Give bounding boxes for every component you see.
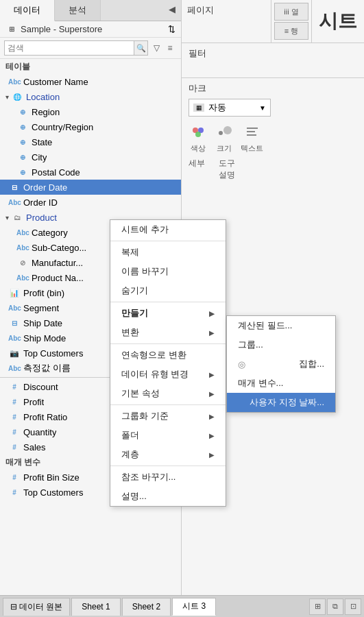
- hash-icon: #: [8, 489, 21, 496]
- svg-rect-6: [247, 131, 255, 132]
- size-label: 크기: [217, 143, 232, 154]
- submenu-custom-date[interactable]: 사용자 지정 날짜...: [227, 393, 335, 412]
- menu-create[interactable]: 만들기: [110, 304, 226, 323]
- filters-section: 필터: [182, 43, 364, 78]
- columns-button[interactable]: iii 열: [274, 3, 308, 21]
- menu-folder[interactable]: 폴더: [110, 426, 226, 445]
- rows-button[interactable]: ≡ 행: [274, 22, 308, 40]
- globe-icon: ⊕: [16, 169, 29, 176]
- table-section-label: 테이블: [0, 59, 181, 74]
- tab-analysis[interactable]: 분석: [55, 0, 101, 21]
- size-control[interactable]: 크기: [215, 122, 234, 154]
- size-icon: [215, 122, 234, 141]
- list-item[interactable]: Abc Customer Name: [0, 74, 181, 89]
- location-field: Location: [26, 92, 60, 102]
- tab-action-buttons: ⊞ ⧉ ⊡: [309, 598, 361, 615]
- svg-point-4: [223, 126, 232, 134]
- menu-rename[interactable]: 이름 바꾸기: [110, 262, 226, 281]
- globe-icon: ⊕: [16, 154, 29, 161]
- datasource-row: ⊞ Sample - Superstore ⇅: [0, 21, 181, 38]
- sheet-options-button[interactable]: ⊡: [345, 598, 361, 615]
- context-menu: 시트에 추가 복제 이름 바꾸기 숨기기 만들기 변환 연속형으로 변환 데이터…: [110, 219, 226, 507]
- search-input[interactable]: [4, 40, 134, 56]
- submenu-group[interactable]: 그룹...: [227, 335, 335, 354]
- menu-hide[interactable]: 숨기기: [110, 281, 226, 300]
- menu-add-to-sheet[interactable]: 시트에 추가: [110, 220, 226, 239]
- menu-group-by[interactable]: 그룹화 기준: [110, 407, 226, 426]
- hash-icon: #: [8, 428, 21, 436]
- submenu-parameter[interactable]: 매개 변수...: [227, 374, 335, 393]
- svg-rect-5: [247, 128, 258, 129]
- text-control[interactable]: 텍스트: [241, 122, 263, 154]
- tooltip-label[interactable]: 도구 설명: [219, 158, 235, 181]
- tab-sheet2[interactable]: Sheet 2: [122, 598, 171, 616]
- marks-section: 마크 ▦ 자동 ▼ 색상: [182, 78, 364, 185]
- list-item[interactable]: ⊕ Country/Region: [8, 119, 181, 134]
- datasource-arrows[interactable]: ⇅: [168, 24, 175, 34]
- hash-icon: #: [8, 474, 21, 481]
- list-item[interactable]: ⊕ Region: [8, 104, 181, 119]
- menu-replace-ref[interactable]: 참조 바꾸기...: [110, 468, 226, 487]
- abc-icon: Abc: [16, 244, 29, 252]
- segment-field: Segment: [23, 303, 59, 313]
- globe-icon: ⊕: [16, 108, 29, 116]
- color-label: 색상: [191, 143, 206, 154]
- list-item[interactable]: ⊕ Postal Code: [8, 165, 181, 180]
- menu-default-properties[interactable]: 기본 속성: [110, 384, 226, 403]
- discount-field: Discount: [23, 382, 58, 392]
- tab-datasource[interactable]: ⊟ 데이터 원본: [3, 598, 70, 616]
- menu-describe[interactable]: 설명...: [110, 487, 226, 506]
- menu-duplicate[interactable]: 복제: [110, 243, 226, 262]
- hash-icon: #: [8, 383, 21, 391]
- detail-label[interactable]: 세부: [189, 158, 205, 181]
- view-menu-button[interactable]: ≡: [163, 40, 177, 56]
- submenu-set[interactable]: ◎ 집합...: [227, 354, 335, 374]
- submenu-calculated-field[interactable]: 계산된 필드...: [227, 316, 335, 335]
- fold-arrow-icon: ▾: [5, 214, 9, 221]
- datasource-tab-icon: ⊟: [10, 602, 17, 612]
- list-item[interactable]: ⊕ City: [8, 149, 181, 165]
- app-container: 데이터 분석 ◀ ⊞ Sample - Superstore ⇅ 🔍 ▽ ≡ 테…: [0, 0, 364, 617]
- abc-icon: Abc: [8, 365, 21, 372]
- marks-controls: 색상 크기: [189, 122, 357, 154]
- hash-icon: #: [8, 398, 21, 406]
- svg-point-3: [219, 131, 223, 135]
- separator: [110, 404, 226, 405]
- profit-bin-field: Profit (bin): [23, 288, 64, 298]
- menu-change-type[interactable]: 데이터 유형 변경: [110, 365, 226, 384]
- tab-sheet3[interactable]: 시트 3: [172, 598, 216, 616]
- datasource-name: Sample - Superstore: [21, 24, 168, 34]
- abc-icon: Abc: [8, 304, 21, 312]
- calendar-icon: ⊟: [8, 319, 21, 327]
- new-sheet-button[interactable]: ⊞: [309, 598, 326, 615]
- collapse-btn[interactable]: ◀: [163, 0, 181, 21]
- order-date-field[interactable]: ⊟ Order Date: [0, 180, 181, 195]
- location-folder[interactable]: ▾ 🌐 Location: [0, 89, 181, 104]
- category-field: Category: [32, 228, 68, 238]
- abc-icon: Abc: [8, 199, 21, 206]
- datasource-tab-label: 데이터 원본: [19, 601, 62, 613]
- tab-data[interactable]: 데이터: [0, 0, 55, 21]
- list-item[interactable]: ⊕ State: [8, 134, 181, 149]
- product-name-field: Product Na...: [32, 273, 84, 283]
- link-icon: ⊘: [16, 259, 29, 267]
- search-row: 🔍 ▽ ≡: [0, 38, 181, 59]
- duplicate-sheet-button[interactable]: ⧉: [327, 598, 343, 615]
- marks-detail-row: 세부 도구 설명: [189, 158, 357, 181]
- marks-type-icon: ▦: [193, 104, 204, 112]
- filter-button[interactable]: ▽: [149, 40, 163, 56]
- sub-context-menu: 계산된 필드... 그룹... ◎ 집합... 매개 변수... 사용자 지정 …: [226, 315, 336, 413]
- separator: [110, 465, 226, 466]
- profit-bin-size-field: Profit Bin Size: [23, 472, 80, 483]
- ship-mode-field: Ship Mode: [23, 333, 66, 343]
- tab-sheet1[interactable]: Sheet 1: [71, 598, 120, 616]
- menu-hierarchy[interactable]: 계층: [110, 445, 226, 464]
- search-button[interactable]: 🔍: [134, 40, 148, 56]
- list-item[interactable]: Abc Order ID: [0, 195, 181, 210]
- menu-convert[interactable]: 변환: [110, 323, 226, 342]
- menu-convert-continuous[interactable]: 연속형으로 변환: [110, 346, 226, 365]
- color-control[interactable]: 색상: [189, 122, 208, 154]
- globe-icon: 🌐: [11, 93, 23, 101]
- fold-arrow-icon: ▾: [5, 93, 9, 101]
- marks-type-dropdown[interactable]: ▦ 자동 ▼: [189, 99, 271, 117]
